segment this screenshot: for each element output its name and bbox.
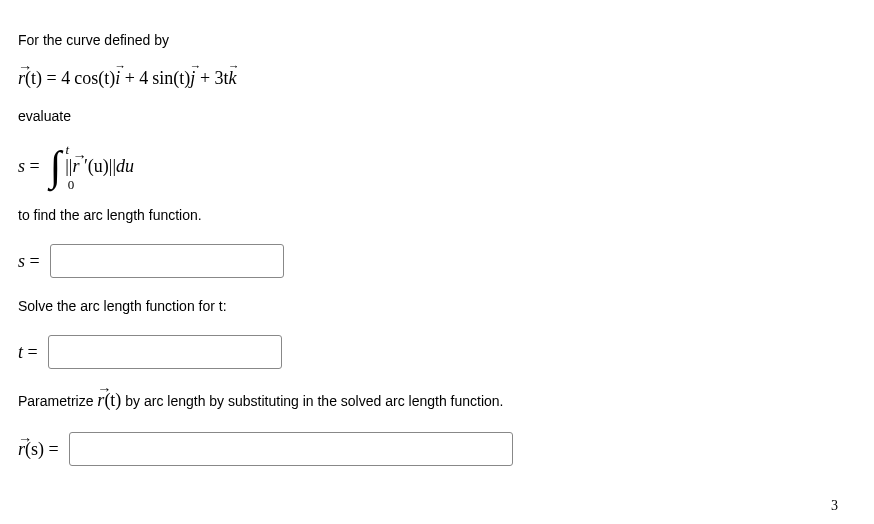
s-input[interactable] <box>50 244 284 278</box>
r-input[interactable] <box>69 432 513 466</box>
t-lhs: t = <box>18 342 38 363</box>
t-input[interactable] <box>48 335 282 369</box>
answer-r-row: r(s) = <box>18 432 856 466</box>
prompt-parametrize: Parametrize r(t) by arc length by substi… <box>18 387 856 414</box>
intro-line-3: to find the arc length function. <box>18 205 856 226</box>
r-lhs: r(s) = <box>18 439 59 460</box>
r-prime-vector: r <box>72 156 79 177</box>
unit-i: i <box>115 65 120 92</box>
intro-line-2: evaluate <box>18 106 856 127</box>
r-vector-inline: r <box>97 387 104 414</box>
answer-t-row: t = <box>18 335 856 369</box>
unit-j: j <box>190 65 195 92</box>
arc-length-definition: s = ∫ t 0 ||r ′(u)||du <box>18 145 856 187</box>
s-lhs: s = <box>18 251 40 272</box>
integral-sign: ∫ t 0 <box>50 145 62 187</box>
integral-expression: ∫ t 0 ||r ′(u)||du <box>50 145 134 187</box>
unit-k: k <box>229 65 237 92</box>
r-s-vector: r <box>18 439 25 460</box>
intro-line-1: For the curve defined by <box>18 30 856 51</box>
integral-lower-bound: 0 <box>68 178 75 191</box>
integral-upper-bound: t <box>66 143 70 156</box>
curve-equation: r(t) = 4cos(t)i + 4sin(t)j + 3tk <box>18 65 856 92</box>
r-vector: r <box>18 65 25 92</box>
page-number: 3 <box>831 498 838 500</box>
answer-s-row: s = <box>18 244 856 278</box>
prompt-solve-t: Solve the arc length function for t: <box>18 296 856 317</box>
